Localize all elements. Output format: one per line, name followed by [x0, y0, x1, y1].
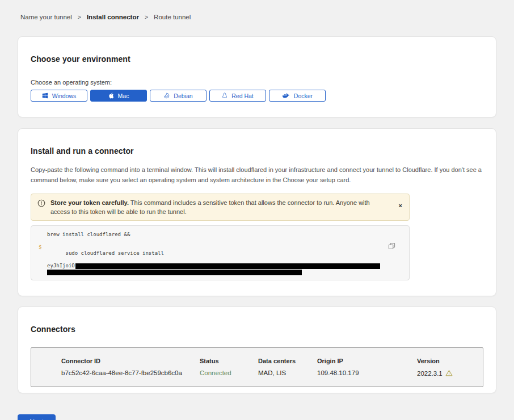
- os-button-label: Debian: [174, 93, 192, 99]
- copy-icon[interactable]: [387, 241, 397, 253]
- cell-connector-id: b7c52c42-6caa-48ee-8c77-fbe259cb6c0a: [61, 369, 200, 377]
- os-button-debian[interactable]: Debian: [150, 90, 207, 102]
- breadcrumb-route-tunnel[interactable]: Route tunnel: [154, 14, 191, 20]
- connectors-table: Connector ID Status Data centers Origin …: [31, 347, 483, 387]
- install-connector-card: Install and run a connector Copy-paste t…: [18, 128, 496, 296]
- breadcrumb-separator: >: [145, 14, 148, 20]
- os-button-group: Windows Mac Debian Red Hat Docker: [31, 90, 483, 102]
- docker-icon: [282, 93, 290, 99]
- breadcrumb-name-your-tunnel[interactable]: Name your tunnel: [20, 14, 72, 20]
- column-header-connector-id: Connector ID: [61, 358, 200, 364]
- os-button-mac[interactable]: Mac: [90, 90, 147, 102]
- os-button-label: Mac: [118, 93, 129, 99]
- connectors-card: Connectors Connector ID Status Data cent…: [18, 306, 496, 393]
- os-button-label: Docker: [294, 93, 313, 99]
- cell-data-centers: MAD, LIS: [258, 369, 317, 377]
- install-command-code-block: brew install cloudflared && $sudo cloudf…: [31, 225, 410, 280]
- os-button-label: Red Hat: [231, 93, 254, 99]
- apple-icon: [108, 93, 114, 99]
- column-header-data-centers: Data centers: [258, 358, 317, 364]
- column-header-origin-ip: Origin IP: [317, 358, 417, 364]
- environment-card-title: Choose your environment: [31, 54, 483, 64]
- next-button[interactable]: Next: [18, 414, 56, 420]
- alert-circle-icon: [37, 199, 45, 209]
- os-button-docker[interactable]: Docker: [269, 90, 326, 102]
- breadcrumb-install-connector[interactable]: Install connector: [87, 14, 139, 20]
- token-warning-banner: Store your token carefully. This command…: [31, 194, 410, 221]
- token-warning-title: Store your token carefully.: [50, 199, 129, 206]
- install-card-title: Install and run a connector: [31, 146, 483, 156]
- breadcrumb: Name your tunnel > Install connector > R…: [0, 0, 514, 20]
- debian-icon: [163, 93, 170, 99]
- install-description: Copy-paste the following command into a …: [31, 165, 483, 185]
- column-header-version: Version: [417, 358, 477, 364]
- cell-origin-ip: 109.48.10.179: [317, 369, 417, 377]
- redhat-icon: [222, 93, 227, 99]
- close-icon[interactable]: ×: [391, 198, 402, 209]
- code-line-token: eyJhIjoiO: [31, 263, 409, 269]
- warning-triangle-icon: [445, 369, 453, 377]
- shell-prompt: $: [39, 244, 41, 250]
- os-button-label: Windows: [52, 93, 77, 99]
- os-select-label: Choose an operating system:: [31, 79, 483, 86]
- windows-icon: [42, 93, 48, 99]
- redacted-token-bar: [47, 270, 302, 275]
- code-line-sudo-text: sudo cloudflared service install: [66, 250, 164, 256]
- status-badge: Connected: [200, 369, 258, 377]
- connectors-card-title: Connectors: [31, 325, 483, 334]
- token-warning-text: Store your token carefully. This command…: [50, 198, 391, 216]
- column-header-status: Status: [200, 358, 258, 364]
- redacted-token-bar: [75, 263, 380, 269]
- environment-card: Choose your environment Choose an operat…: [18, 36, 496, 117]
- os-button-redhat[interactable]: Red Hat: [209, 90, 266, 102]
- os-button-windows[interactable]: Windows: [31, 90, 87, 102]
- cell-version: 2022.3.1: [417, 369, 477, 377]
- token-prefix: eyJhIjoiO: [47, 263, 75, 269]
- code-line-brew: brew install cloudflared &&: [31, 232, 409, 238]
- code-line-sudo: $sudo cloudflared service install: [31, 244, 409, 263]
- version-value: 2022.3.1: [417, 370, 443, 377]
- breadcrumb-separator: >: [78, 14, 81, 20]
